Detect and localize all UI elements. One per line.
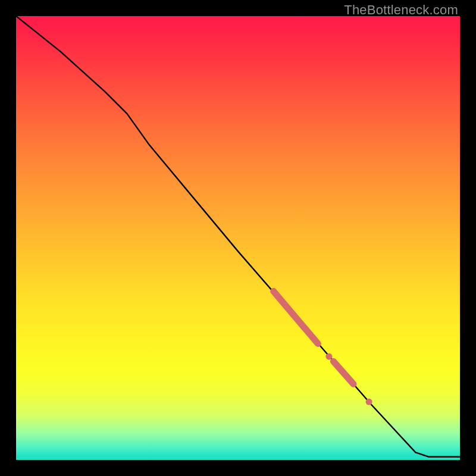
dot-2 bbox=[366, 399, 372, 405]
plot-svg bbox=[16, 16, 460, 460]
thick-segment-2 bbox=[333, 361, 353, 384]
watermark-text: TheBottleneck.com bbox=[344, 2, 458, 18]
curve-line bbox=[16, 16, 460, 457]
dot-1 bbox=[325, 353, 332, 360]
chart-stage: TheBottleneck.com bbox=[0, 0, 476, 476]
plot-area bbox=[16, 16, 460, 460]
thick-segment-1 bbox=[274, 292, 318, 344]
